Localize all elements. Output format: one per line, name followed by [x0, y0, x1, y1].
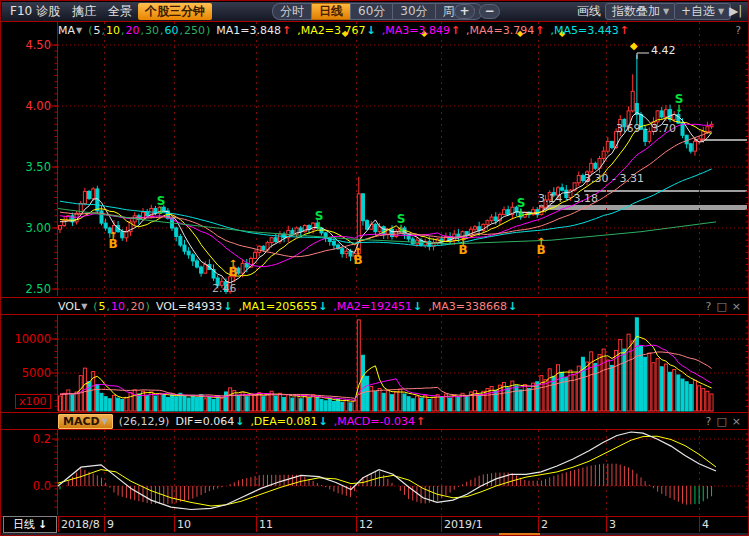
indicator-reading: DIF=0.064 ↓	[175, 415, 244, 428]
macd-dropdown[interactable]: MACD▼	[58, 414, 113, 429]
chevron-down-icon: ▼	[76, 26, 82, 35]
macd-axis-label: 0.0	[9, 479, 51, 493]
price-axis-label: 4.50	[9, 38, 51, 52]
indicator-reading: ,MACD=-0.034 ↑	[334, 415, 425, 428]
month-tick	[174, 517, 175, 532]
main-pane-icons: ?	[735, 24, 741, 37]
help-icon[interactable]: ?	[706, 415, 712, 428]
period-分时[interactable]: 分时	[272, 3, 311, 20]
vol-pane-icons: ?□×	[706, 300, 741, 313]
month-tick	[441, 517, 442, 532]
buy-signal-marker: ↑B	[351, 247, 365, 265]
price-axis-label: 3.00	[9, 221, 51, 235]
chevron-down-icon: ▼	[102, 417, 108, 426]
buy-signal-marker: ↑B	[456, 237, 470, 255]
period-60分[interactable]: 60分	[350, 3, 392, 20]
price-axis-label: 4.00	[9, 99, 51, 113]
sell-signal-marker: S↓	[672, 95, 686, 113]
period-mode-label: 日线	[13, 517, 35, 532]
time-axis-label: 2	[541, 518, 548, 531]
time-axis-label: 9	[107, 518, 114, 531]
macd-pane-icons: ?□×	[706, 415, 741, 428]
indicator-reading: ,MA5=3.443 ↑	[551, 24, 629, 37]
toolbar-item-1[interactable]: F10	[10, 4, 32, 19]
time-axis-label: 11	[259, 518, 273, 531]
price-zone-label: 3.30 - 3.31	[584, 172, 644, 185]
chart-canvas[interactable]: ◆◆◆◆◆	[1, 1, 749, 536]
price-axis-label: 2.50	[9, 282, 51, 296]
time-axis-label: 12	[359, 518, 373, 531]
sell-signal-marker: S↓	[394, 215, 408, 233]
close-icon[interactable]: ×	[732, 415, 741, 428]
buy-signal-marker: ↑B	[534, 237, 548, 255]
help-icon[interactable]: ?	[735, 24, 741, 37]
month-tick	[538, 517, 539, 532]
price-zone-label: 3.14 - 3.18	[538, 192, 598, 205]
price-zone-label: 3.69 - 3.70	[616, 122, 676, 135]
time-axis-label: 2018/8	[61, 518, 100, 531]
macd-axis-label: 0.2	[9, 432, 51, 446]
month-tick	[356, 517, 357, 532]
buy-signal-marker: ↑B	[226, 259, 240, 277]
draw-line-button[interactable]: 画线	[577, 4, 601, 19]
ma-dropdown[interactable]: MA▼	[58, 24, 82, 37]
indicator-reading: ,MA2=192451 ↓	[333, 300, 422, 313]
vol-indicator-header: VOL▼(5,10,20)VOL=84933 ↓,MA1=205655 ↓,MA…	[58, 298, 517, 314]
index-overlay-label: 指数叠加	[612, 4, 660, 19]
index-overlay-dropdown[interactable]: 指数叠加▼	[605, 3, 676, 20]
chevron-down-icon: ▼	[663, 4, 669, 19]
volume-axis-label: 5000	[9, 366, 51, 380]
close-icon[interactable]: ×	[732, 300, 741, 313]
chevron-down-icon: ▼	[81, 302, 87, 311]
indicator-reading: ,MA4=3.794 ↑	[466, 24, 544, 37]
period-30分[interactable]: 30分	[392, 3, 434, 20]
indicator-reading: ,MA1=205655 ↓	[238, 300, 327, 313]
zoom-out-button[interactable]: −	[479, 4, 500, 19]
maximize-icon[interactable]: □	[716, 415, 726, 428]
ma-indicator-header: MA▼(5,10,20,30,60,250)MA1=3.848 ↑,MA2=3.…	[58, 22, 629, 38]
toolbar-item-3[interactable]: 擒庄	[72, 4, 96, 19]
sell-signal-marker: S↓	[312, 212, 326, 230]
macd-indicator-header: MACD▼(26,12,9)DIF=0.064 ↓,DEA=0.081 ↓,MA…	[58, 413, 425, 429]
skip-forward-icon[interactable]: ▶|	[729, 4, 742, 19]
stock-chart-window: F10诊股擒庄全景 个股三分钟 分时日线60分30分周线▼ + − 画线 指数叠…	[0, 0, 749, 536]
time-axis: 2018/891011122019/1234	[2, 517, 749, 533]
low-price-label: 2.46	[212, 282, 237, 295]
vol-dropdown[interactable]: VOL▼	[58, 300, 87, 313]
maximize-icon[interactable]: □	[716, 300, 726, 313]
add-watchlist-label: +自选	[681, 4, 715, 19]
sell-signal-marker: S↓	[514, 199, 528, 217]
stock-3min-button[interactable]: 个股三分钟	[138, 3, 212, 20]
sell-signal-marker: S↓	[154, 197, 168, 215]
period-mode-box[interactable]: 日线 ↓	[3, 516, 57, 533]
indicator-params: (5,10,20,30,60,250)	[88, 24, 210, 37]
time-axis-label: 10	[177, 518, 191, 531]
indicator-reading: ,MA3=3.849 ↑	[382, 24, 460, 37]
month-tick	[606, 517, 607, 532]
indicator-reading: ,DEA=0.081 ↓	[250, 415, 327, 428]
price-axis-label: 3.50	[9, 160, 51, 174]
indicator-params: (26,12,9)	[119, 415, 170, 428]
month-tick	[104, 517, 105, 532]
top-toolbar: F10诊股擒庄全景 个股三分钟 分时日线60分30分周线▼ + − 画线 指数叠…	[2, 2, 749, 21]
period-selector: 分时日线60分30分周线▼	[272, 3, 483, 20]
time-axis-label: 2019/1	[444, 518, 483, 531]
indicator-reading: VOL=84933 ↓	[156, 300, 233, 313]
volume-unit-label: x100	[15, 394, 51, 409]
high-price-label: 4.42	[651, 44, 676, 57]
add-watchlist-dropdown[interactable]: +自选▼	[674, 3, 731, 20]
time-axis-label: 4	[702, 518, 709, 531]
toolbar-item-4[interactable]: 全景	[108, 4, 132, 19]
month-tick	[256, 517, 257, 532]
month-tick	[58, 517, 59, 532]
month-tick	[699, 517, 700, 532]
indicator-params: (5,10,20)	[93, 300, 150, 313]
down-arrow-icon: ↓	[38, 518, 47, 531]
indicator-reading: ,MA2=3.767 ↓	[297, 24, 375, 37]
help-icon[interactable]: ?	[706, 300, 712, 313]
period-日线[interactable]: 日线	[311, 3, 350, 20]
indicator-reading: ,MA3=338668 ↓	[428, 300, 517, 313]
zoom-in-button[interactable]: +	[454, 4, 475, 19]
toolbar-item-2[interactable]: 诊股	[36, 4, 60, 19]
indicator-reading: MA1=3.848 ↑	[216, 24, 291, 37]
